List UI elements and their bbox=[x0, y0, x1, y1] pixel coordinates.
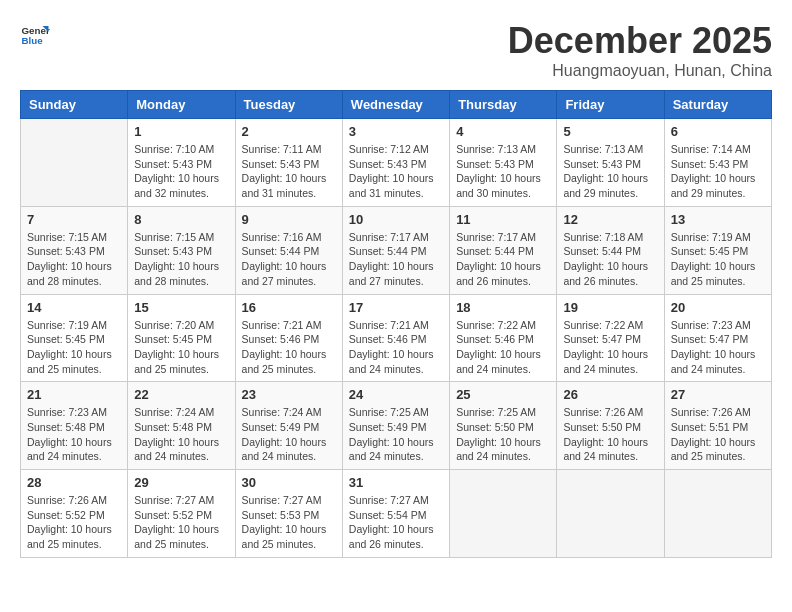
day-info: Sunrise: 7:21 AM Sunset: 5:46 PM Dayligh… bbox=[242, 318, 336, 377]
day-number: 25 bbox=[456, 387, 550, 402]
day-number: 18 bbox=[456, 300, 550, 315]
table-row: 24Sunrise: 7:25 AM Sunset: 5:49 PM Dayli… bbox=[342, 382, 449, 470]
day-info: Sunrise: 7:13 AM Sunset: 5:43 PM Dayligh… bbox=[563, 142, 657, 201]
day-number: 12 bbox=[563, 212, 657, 227]
day-number: 27 bbox=[671, 387, 765, 402]
page-header: General Blue December 2025 Huangmaoyuan,… bbox=[20, 20, 772, 80]
day-number: 19 bbox=[563, 300, 657, 315]
day-info: Sunrise: 7:12 AM Sunset: 5:43 PM Dayligh… bbox=[349, 142, 443, 201]
table-row: 5Sunrise: 7:13 AM Sunset: 5:43 PM Daylig… bbox=[557, 119, 664, 207]
table-row: 26Sunrise: 7:26 AM Sunset: 5:50 PM Dayli… bbox=[557, 382, 664, 470]
table-row: 21Sunrise: 7:23 AM Sunset: 5:48 PM Dayli… bbox=[21, 382, 128, 470]
col-tuesday: Tuesday bbox=[235, 91, 342, 119]
day-number: 4 bbox=[456, 124, 550, 139]
table-row: 4Sunrise: 7:13 AM Sunset: 5:43 PM Daylig… bbox=[450, 119, 557, 207]
day-number: 29 bbox=[134, 475, 228, 490]
table-row: 17Sunrise: 7:21 AM Sunset: 5:46 PM Dayli… bbox=[342, 294, 449, 382]
day-info: Sunrise: 7:15 AM Sunset: 5:43 PM Dayligh… bbox=[134, 230, 228, 289]
day-number: 2 bbox=[242, 124, 336, 139]
table-row: 10Sunrise: 7:17 AM Sunset: 5:44 PM Dayli… bbox=[342, 206, 449, 294]
day-info: Sunrise: 7:22 AM Sunset: 5:47 PM Dayligh… bbox=[563, 318, 657, 377]
day-number: 24 bbox=[349, 387, 443, 402]
day-number: 3 bbox=[349, 124, 443, 139]
calendar-header-row: Sunday Monday Tuesday Wednesday Thursday… bbox=[21, 91, 772, 119]
col-friday: Friday bbox=[557, 91, 664, 119]
logo: General Blue bbox=[20, 20, 50, 50]
day-info: Sunrise: 7:24 AM Sunset: 5:48 PM Dayligh… bbox=[134, 405, 228, 464]
table-row: 8Sunrise: 7:15 AM Sunset: 5:43 PM Daylig… bbox=[128, 206, 235, 294]
day-number: 5 bbox=[563, 124, 657, 139]
day-info: Sunrise: 7:11 AM Sunset: 5:43 PM Dayligh… bbox=[242, 142, 336, 201]
calendar-week-row: 14Sunrise: 7:19 AM Sunset: 5:45 PM Dayli… bbox=[21, 294, 772, 382]
day-info: Sunrise: 7:25 AM Sunset: 5:49 PM Dayligh… bbox=[349, 405, 443, 464]
day-info: Sunrise: 7:17 AM Sunset: 5:44 PM Dayligh… bbox=[349, 230, 443, 289]
day-info: Sunrise: 7:23 AM Sunset: 5:48 PM Dayligh… bbox=[27, 405, 121, 464]
day-number: 21 bbox=[27, 387, 121, 402]
day-info: Sunrise: 7:10 AM Sunset: 5:43 PM Dayligh… bbox=[134, 142, 228, 201]
day-info: Sunrise: 7:27 AM Sunset: 5:53 PM Dayligh… bbox=[242, 493, 336, 552]
day-info: Sunrise: 7:22 AM Sunset: 5:46 PM Dayligh… bbox=[456, 318, 550, 377]
col-wednesday: Wednesday bbox=[342, 91, 449, 119]
table-row: 19Sunrise: 7:22 AM Sunset: 5:47 PM Dayli… bbox=[557, 294, 664, 382]
day-number: 15 bbox=[134, 300, 228, 315]
table-row: 15Sunrise: 7:20 AM Sunset: 5:45 PM Dayli… bbox=[128, 294, 235, 382]
location-subtitle: Huangmaoyuan, Hunan, China bbox=[508, 62, 772, 80]
table-row: 1Sunrise: 7:10 AM Sunset: 5:43 PM Daylig… bbox=[128, 119, 235, 207]
table-row bbox=[557, 470, 664, 558]
day-number: 14 bbox=[27, 300, 121, 315]
calendar-week-row: 28Sunrise: 7:26 AM Sunset: 5:52 PM Dayli… bbox=[21, 470, 772, 558]
day-info: Sunrise: 7:19 AM Sunset: 5:45 PM Dayligh… bbox=[27, 318, 121, 377]
table-row: 30Sunrise: 7:27 AM Sunset: 5:53 PM Dayli… bbox=[235, 470, 342, 558]
day-info: Sunrise: 7:25 AM Sunset: 5:50 PM Dayligh… bbox=[456, 405, 550, 464]
table-row: 14Sunrise: 7:19 AM Sunset: 5:45 PM Dayli… bbox=[21, 294, 128, 382]
table-row: 25Sunrise: 7:25 AM Sunset: 5:50 PM Dayli… bbox=[450, 382, 557, 470]
day-number: 31 bbox=[349, 475, 443, 490]
table-row: 28Sunrise: 7:26 AM Sunset: 5:52 PM Dayli… bbox=[21, 470, 128, 558]
day-number: 9 bbox=[242, 212, 336, 227]
day-number: 1 bbox=[134, 124, 228, 139]
day-number: 10 bbox=[349, 212, 443, 227]
day-number: 16 bbox=[242, 300, 336, 315]
table-row: 11Sunrise: 7:17 AM Sunset: 5:44 PM Dayli… bbox=[450, 206, 557, 294]
table-row: 7Sunrise: 7:15 AM Sunset: 5:43 PM Daylig… bbox=[21, 206, 128, 294]
day-info: Sunrise: 7:27 AM Sunset: 5:52 PM Dayligh… bbox=[134, 493, 228, 552]
table-row: 2Sunrise: 7:11 AM Sunset: 5:43 PM Daylig… bbox=[235, 119, 342, 207]
title-section: December 2025 Huangmaoyuan, Hunan, China bbox=[508, 20, 772, 80]
table-row: 18Sunrise: 7:22 AM Sunset: 5:46 PM Dayli… bbox=[450, 294, 557, 382]
day-number: 11 bbox=[456, 212, 550, 227]
logo-icon: General Blue bbox=[20, 20, 50, 50]
table-row bbox=[21, 119, 128, 207]
day-info: Sunrise: 7:24 AM Sunset: 5:49 PM Dayligh… bbox=[242, 405, 336, 464]
table-row: 16Sunrise: 7:21 AM Sunset: 5:46 PM Dayli… bbox=[235, 294, 342, 382]
col-monday: Monday bbox=[128, 91, 235, 119]
day-number: 20 bbox=[671, 300, 765, 315]
day-info: Sunrise: 7:26 AM Sunset: 5:52 PM Dayligh… bbox=[27, 493, 121, 552]
calendar-week-row: 7Sunrise: 7:15 AM Sunset: 5:43 PM Daylig… bbox=[21, 206, 772, 294]
table-row: 12Sunrise: 7:18 AM Sunset: 5:44 PM Dayli… bbox=[557, 206, 664, 294]
day-info: Sunrise: 7:18 AM Sunset: 5:44 PM Dayligh… bbox=[563, 230, 657, 289]
day-number: 8 bbox=[134, 212, 228, 227]
table-row: 13Sunrise: 7:19 AM Sunset: 5:45 PM Dayli… bbox=[664, 206, 771, 294]
table-row: 3Sunrise: 7:12 AM Sunset: 5:43 PM Daylig… bbox=[342, 119, 449, 207]
day-info: Sunrise: 7:15 AM Sunset: 5:43 PM Dayligh… bbox=[27, 230, 121, 289]
month-year-title: December 2025 bbox=[508, 20, 772, 62]
table-row: 29Sunrise: 7:27 AM Sunset: 5:52 PM Dayli… bbox=[128, 470, 235, 558]
calendar-week-row: 21Sunrise: 7:23 AM Sunset: 5:48 PM Dayli… bbox=[21, 382, 772, 470]
day-number: 30 bbox=[242, 475, 336, 490]
day-info: Sunrise: 7:26 AM Sunset: 5:50 PM Dayligh… bbox=[563, 405, 657, 464]
calendar-table: Sunday Monday Tuesday Wednesday Thursday… bbox=[20, 90, 772, 558]
table-row: 20Sunrise: 7:23 AM Sunset: 5:47 PM Dayli… bbox=[664, 294, 771, 382]
col-saturday: Saturday bbox=[664, 91, 771, 119]
day-info: Sunrise: 7:27 AM Sunset: 5:54 PM Dayligh… bbox=[349, 493, 443, 552]
day-info: Sunrise: 7:19 AM Sunset: 5:45 PM Dayligh… bbox=[671, 230, 765, 289]
table-row: 22Sunrise: 7:24 AM Sunset: 5:48 PM Dayli… bbox=[128, 382, 235, 470]
day-info: Sunrise: 7:20 AM Sunset: 5:45 PM Dayligh… bbox=[134, 318, 228, 377]
table-row: 6Sunrise: 7:14 AM Sunset: 5:43 PM Daylig… bbox=[664, 119, 771, 207]
day-info: Sunrise: 7:14 AM Sunset: 5:43 PM Dayligh… bbox=[671, 142, 765, 201]
day-number: 6 bbox=[671, 124, 765, 139]
calendar-week-row: 1Sunrise: 7:10 AM Sunset: 5:43 PM Daylig… bbox=[21, 119, 772, 207]
day-number: 7 bbox=[27, 212, 121, 227]
day-info: Sunrise: 7:23 AM Sunset: 5:47 PM Dayligh… bbox=[671, 318, 765, 377]
table-row bbox=[450, 470, 557, 558]
col-sunday: Sunday bbox=[21, 91, 128, 119]
